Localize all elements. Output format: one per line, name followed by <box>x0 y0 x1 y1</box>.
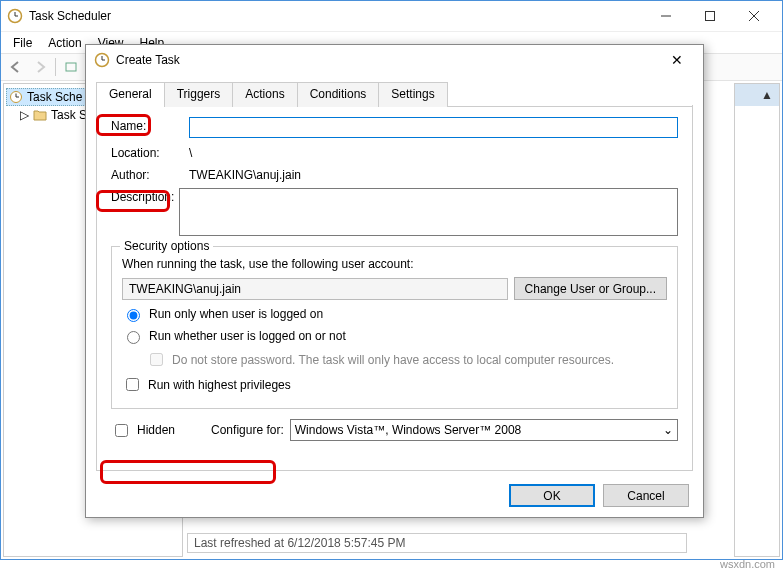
dialog-titlebar: Create Task ✕ <box>86 45 703 75</box>
folder-icon <box>33 109 47 121</box>
tree-child-label: Task S <box>51 108 87 122</box>
forward-button[interactable] <box>29 56 51 78</box>
configure-for-value: Windows Vista™, Windows Server™ 2008 <box>295 423 522 437</box>
name-label: Name: <box>111 117 189 133</box>
statusbar: Last refreshed at 6/12/2018 5:57:45 PM <box>187 533 687 553</box>
do-not-store-password-label: Do not store password. The task will onl… <box>172 353 614 367</box>
hidden-label: Hidden <box>137 423 175 437</box>
dialog-button-row: OK Cancel <box>509 484 689 507</box>
security-legend: Security options <box>120 239 213 253</box>
expand-icon[interactable]: ▷ <box>20 108 29 122</box>
toolbar-button-1[interactable] <box>60 56 82 78</box>
security-options-group: Security options When running the task, … <box>111 246 678 409</box>
highest-privileges-checkbox[interactable] <box>126 378 139 391</box>
watermark: wsxdn.com <box>720 558 775 570</box>
run-whether-label: Run whether user is logged on or not <box>149 329 346 343</box>
window-title: Task Scheduler <box>29 9 644 23</box>
change-user-button[interactable]: Change User or Group... <box>514 277 667 300</box>
tab-general[interactable]: General <box>96 82 165 107</box>
menu-file[interactable]: File <box>5 34 40 52</box>
location-label: Location: <box>111 144 189 160</box>
clock-icon <box>94 52 110 68</box>
clock-icon <box>9 90 23 104</box>
clock-icon <box>7 8 23 24</box>
dialog-close-button[interactable]: ✕ <box>659 48 695 72</box>
create-task-dialog: Create Task ✕ General Triggers Actions C… <box>85 44 704 518</box>
description-label: Description: <box>111 188 179 204</box>
actions-pane: ▲ <box>734 83 780 557</box>
description-input[interactable] <box>179 188 678 236</box>
menu-action[interactable]: Action <box>40 34 89 52</box>
close-button[interactable] <box>732 2 776 30</box>
tab-conditions[interactable]: Conditions <box>297 82 380 107</box>
configure-for-select[interactable]: Windows Vista™, Windows Server™ 2008 ⌄ <box>290 419 678 441</box>
minimize-button[interactable] <box>644 2 688 30</box>
user-account-display: TWEAKING\anuj.jain <box>122 278 508 300</box>
back-button[interactable] <box>5 56 27 78</box>
ok-button[interactable]: OK <box>509 484 595 507</box>
name-input[interactable] <box>189 117 678 138</box>
highest-privileges-label: Run with highest privileges <box>148 378 291 392</box>
chevron-down-icon: ⌄ <box>663 423 673 437</box>
maximize-button[interactable] <box>688 2 732 30</box>
dialog-title: Create Task <box>116 53 659 67</box>
tab-triggers[interactable]: Triggers <box>164 82 234 107</box>
svg-rect-7 <box>66 63 76 71</box>
tab-settings[interactable]: Settings <box>378 82 447 107</box>
svg-rect-4 <box>706 12 715 21</box>
titlebar: Task Scheduler <box>1 1 782 31</box>
author-value: TWEAKING\anuj.jain <box>189 166 301 182</box>
hidden-checkbox[interactable] <box>115 424 128 437</box>
tab-actions[interactable]: Actions <box>232 82 297 107</box>
run-logged-on-label: Run only when user is logged on <box>149 307 323 321</box>
run-logged-on-radio[interactable] <box>127 309 140 322</box>
author-label: Author: <box>111 166 189 182</box>
tree-root-label: Task Sche <box>27 90 82 104</box>
configure-label: Configure for: <box>211 423 284 437</box>
status-text: Last refreshed at 6/12/2018 5:57:45 PM <box>194 536 405 550</box>
general-panel: Name: Location: \ Author: TWEAKING\anuj.… <box>96 105 693 471</box>
actions-collapse[interactable]: ▲ <box>735 84 779 106</box>
tab-strip: General Triggers Actions Conditions Sett… <box>96 81 693 107</box>
cancel-button[interactable]: Cancel <box>603 484 689 507</box>
security-prompt: When running the task, use the following… <box>122 257 667 271</box>
run-whether-radio[interactable] <box>127 331 140 344</box>
location-value: \ <box>189 144 192 160</box>
do-not-store-password-checkbox <box>150 353 163 366</box>
